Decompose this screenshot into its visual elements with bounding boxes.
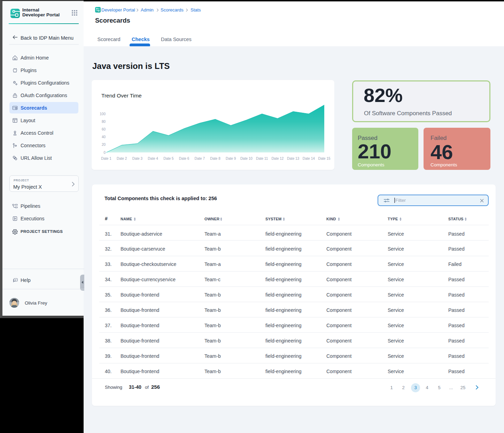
svg-text:60: 60 <box>102 127 106 131</box>
svg-text:Date 13: Date 13 <box>287 157 299 160</box>
svg-text:Date 10: Date 10 <box>240 157 253 160</box>
svg-text:Date 15: Date 15 <box>318 157 330 160</box>
svg-text:Date 14: Date 14 <box>303 157 315 160</box>
svg-text:Date 4: Date 4 <box>148 157 158 160</box>
svg-text:Date 2: Date 2 <box>117 157 127 160</box>
svg-text:Date 7: Date 7 <box>195 157 205 160</box>
svg-text:Date 5: Date 5 <box>163 157 174 160</box>
svg-text:Date 11: Date 11 <box>256 157 268 160</box>
svg-text:40: 40 <box>102 135 106 139</box>
svg-text:Date 6: Date 6 <box>179 157 189 160</box>
svg-text:Date 1: Date 1 <box>101 157 111 160</box>
svg-text:Date 9: Date 9 <box>226 157 236 160</box>
svg-text:Date 3: Date 3 <box>132 157 143 160</box>
svg-text:20: 20 <box>102 143 106 147</box>
svg-text:0: 0 <box>103 151 106 155</box>
svg-text:Date 12: Date 12 <box>271 157 284 160</box>
svg-text:80: 80 <box>102 120 106 124</box>
svg-text:Date 8: Date 8 <box>210 157 220 160</box>
svg-text:100: 100 <box>100 112 106 116</box>
